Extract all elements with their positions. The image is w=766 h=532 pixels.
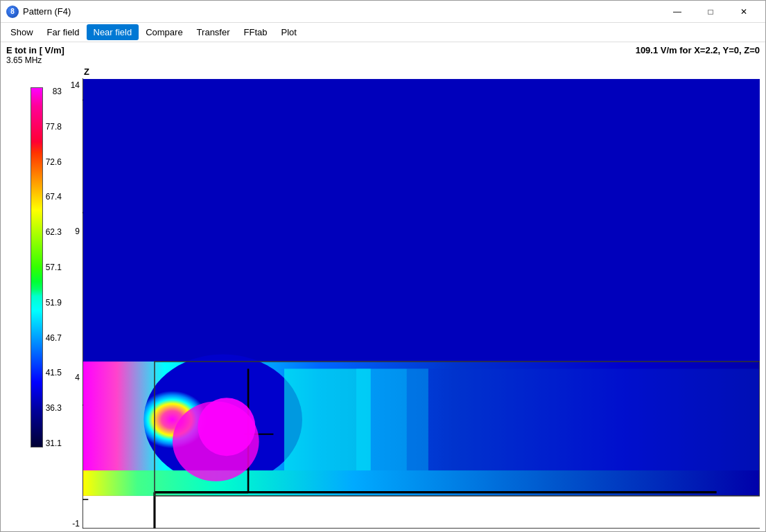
maximize-button[interactable]: □ [695,1,726,23]
frequency-label: 3.65 MHz [6,55,64,65]
chart-with-xaxis: Z [82,66,760,529]
plot-area: 14 9 4 -1 Z [62,66,760,529]
colorbar-value-6: 51.9 [46,299,62,307]
z-axis-label: Z [84,66,760,77]
colorbar-value-3: 67.4 [46,193,62,201]
minimize-button[interactable]: — [661,1,693,23]
close-button[interactable]: ✕ [728,1,760,23]
y-axis-14: 14 [71,80,80,90]
content-area: E tot in [ V/m] 3.65 MHz 109.1 V/m for X… [1,42,765,531]
title-bar: 8 Pattern (F4) — □ ✕ [1,1,765,23]
colorbar-value-8: 41.5 [46,369,62,377]
menu-fftab[interactable]: FFtab [237,24,275,40]
field-reading: 109.1 V/m for X=2.2, Y=0, Z=0 [636,45,760,55]
colorbar-value-5: 57.1 [46,263,62,272]
colorbar-value-7: 46.7 [46,334,62,342]
menu-show[interactable]: Show [3,24,40,40]
info-row: E tot in [ V/m] 3.65 MHz 109.1 V/m for X… [6,45,760,65]
app-icon: 8 [6,6,19,18]
menu-bar: Show Far field Near field Compare Transf… [1,23,765,42]
colorbar-scale: 83 77.8 72.6 67.4 62.3 57.1 51.9 46.7 41… [31,87,62,447]
colorbar-value-10: 31.1 [46,439,62,447]
colorbar-gradient [31,87,43,447]
field-label: E tot in [ V/m] [6,45,64,55]
heatmap-svg [82,78,760,529]
window-title: Pattern (F4) [23,6,661,17]
menu-compare[interactable]: Compare [139,24,189,40]
colorbar-value-1: 77.8 [46,123,62,131]
axis-container: 14 9 4 -1 Z [62,66,760,529]
svg-point-20 [198,398,255,456]
colorbar-value-9: 36.3 [46,404,62,412]
y-axis-9: 9 [75,227,80,236]
y-axis-4: 4 [75,373,80,382]
colorbar-value-0: 83 [46,87,62,96]
colorbar-labels: 83 77.8 72.6 67.4 62.3 57.1 51.9 46.7 41… [46,87,62,447]
chart-canvas[interactable] [82,78,760,529]
info-left: E tot in [ V/m] 3.65 MHz [6,45,64,65]
menu-near-field[interactable]: Near field [87,24,139,40]
main-window: 8 Pattern (F4) — □ ✕ Show Far field Near… [0,0,766,532]
menu-far-field[interactable]: Far field [40,24,87,40]
menu-transfer[interactable]: Transfer [190,24,237,40]
plot-container: 83 77.8 72.6 67.4 62.3 57.1 51.9 46.7 41… [6,66,760,529]
y-axis: 14 9 4 -1 [62,66,82,529]
colorbar-value-4: 62.3 [46,228,62,236]
colorbar-value-2: 72.6 [46,158,62,166]
menu-plot[interactable]: Plot [275,24,304,40]
svg-rect-6 [83,79,760,362]
window-controls: — □ ✕ [661,1,760,23]
y-axis-minus1: -1 [72,519,80,529]
colorbar: 83 77.8 72.6 67.4 62.3 57.1 51.9 46.7 41… [6,66,62,529]
